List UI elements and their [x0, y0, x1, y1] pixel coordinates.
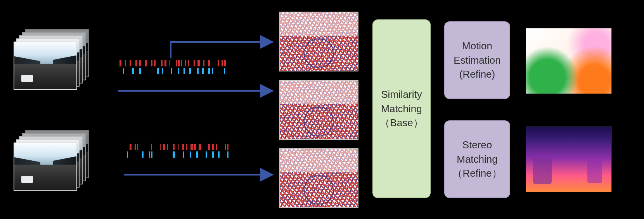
output-bottom-semantic: depth-colormap [0, 0, 0, 0]
input-frames-top [14, 29, 87, 85]
motion-estimation-block: Motion Estimation (Refine) [444, 21, 510, 99]
block-label-line: Stereo [462, 139, 492, 151]
feature-map-3 [279, 148, 358, 208]
event-strip-top [118, 60, 223, 74]
event-row-red [118, 60, 223, 66]
event-row-cyan [124, 151, 229, 158]
event-row-cyan [118, 68, 223, 74]
event-strip-bottom [124, 144, 229, 158]
output-optical-flow [526, 28, 612, 94]
block-label-line: Similarity [381, 89, 422, 100]
block-label-line: Motion [462, 40, 492, 52]
similarity-matching-block: Similarity Matching （Base） [372, 19, 431, 198]
block-label-line: (Refine) [459, 68, 495, 80]
frame-thumb [14, 143, 77, 191]
block-label-line: （Refine） [452, 167, 502, 179]
output-depth-map [526, 126, 612, 192]
feature-map-2 [279, 80, 358, 140]
block-label-line: Matching [381, 103, 422, 115]
block-label-line: （Base） [380, 117, 423, 129]
stereo-matching-block: Stereo Matching （Refine） [444, 120, 510, 198]
output-top-semantic: optical-flow-colormap [0, 0, 0, 0]
frame-thumb [14, 42, 77, 90]
input-frames-bottom [14, 130, 87, 186]
event-row-red [124, 144, 229, 150]
feature-map-1 [279, 12, 358, 71]
block-label-line: Matching [457, 153, 498, 165]
block-label-line: Estimation [454, 54, 500, 66]
